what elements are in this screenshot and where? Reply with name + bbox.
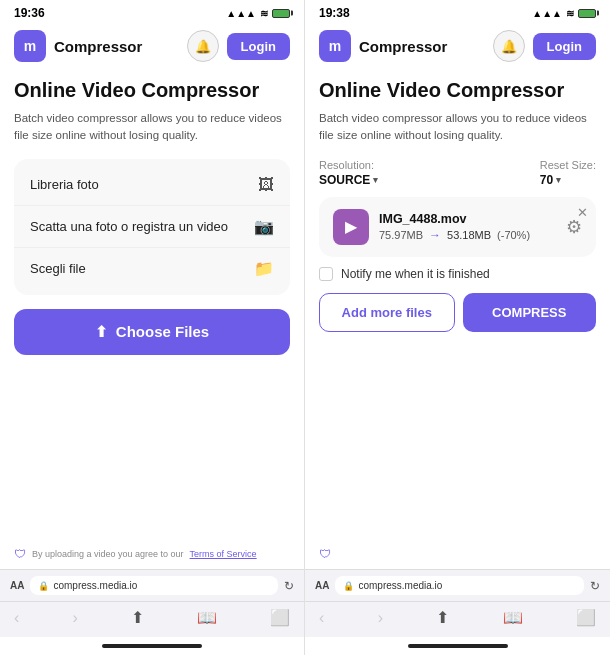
back-icon-right: ‹ <box>319 609 324 627</box>
status-bar-left: 19:36 ▲▲▲ ≋ <box>0 0 304 24</box>
tos-link-left[interactable]: Terms of Service <box>190 549 257 559</box>
refresh-icon-left[interactable]: ↻ <box>284 579 294 593</box>
page-subtitle-right: Batch video compressor allows you to red… <box>319 110 596 145</box>
lock-icon-left: 🔒 <box>38 581 49 591</box>
reset-size-label: Reset Size: <box>540 159 596 171</box>
file-option-library-label: Libreria foto <box>30 177 99 192</box>
forward-icon-left: › <box>72 609 77 627</box>
tos-footer-right: 🛡 <box>305 539 610 569</box>
arrow-right-icon: → <box>429 228 441 242</box>
bell-button-right[interactable]: 🔔 <box>493 30 525 62</box>
compress-settings: Resolution: SOURCE ▾ Reset Size: 70 ▾ <box>319 159 596 187</box>
page-subtitle-left: Batch video compressor allows you to red… <box>14 110 290 145</box>
battery-icon-right <box>578 9 596 18</box>
screen-left: 19:36 ▲▲▲ ≋ m Compressor 🔔 Login Online … <box>0 0 305 655</box>
reset-size-chevron: ▾ <box>556 175 561 185</box>
home-indicator-left <box>0 637 304 655</box>
wifi-icon-right: ≋ <box>566 8 574 19</box>
login-button-right[interactable]: Login <box>533 33 596 60</box>
file-info: IMG_4488.mov 75.97MB → 53.18MB (-70%) <box>379 212 556 242</box>
resolution-label: Resolution: <box>319 159 378 171</box>
main-content-left: Online Video Compressor Batch video comp… <box>0 68 304 539</box>
action-row: Add more files COMPRESS <box>319 293 596 332</box>
status-icons-right: ▲▲▲ ≋ <box>532 8 596 19</box>
file-option-files-label: Scegli file <box>30 261 86 276</box>
app-logo-left: m <box>14 30 46 62</box>
app-logo-right: m <box>319 30 351 62</box>
tabs-icon-right[interactable]: ⬜ <box>576 608 596 627</box>
file-option-camera[interactable]: Scatta una foto o registra un video 📷 <box>14 206 290 248</box>
resolution-value: SOURCE <box>319 173 370 187</box>
aa-left: AA <box>10 580 24 591</box>
tos-text-left: By uploading a video you agree to our <box>32 549 184 559</box>
share-icon-left[interactable]: ⬆ <box>131 608 144 627</box>
file-option-library[interactable]: Libreria foto 🖼 <box>14 165 290 206</box>
folder-icon: 📁 <box>254 259 274 278</box>
bookmarks-icon-right[interactable]: 📖 <box>503 608 523 627</box>
nav-bar-right: ‹ › ⬆ 📖 ⬜ <box>305 601 610 637</box>
library-icon: 🖼 <box>258 176 274 194</box>
browser-url-left: compress.media.io <box>53 580 137 591</box>
browser-bar-left: AA 🔒 compress.media.io ↻ <box>0 569 304 601</box>
battery-icon-left <box>272 9 290 18</box>
shield-icon-right: 🛡 <box>319 547 331 561</box>
notify-checkbox[interactable] <box>319 267 333 281</box>
resolution-chevron: ▾ <box>373 175 378 185</box>
file-picker-card: Libreria foto 🖼 Scatta una foto o regist… <box>14 159 290 295</box>
bell-button-left[interactable]: 🔔 <box>187 30 219 62</box>
file-option-files[interactable]: Scegli file 📁 <box>14 248 290 289</box>
close-icon[interactable]: ✕ <box>577 205 588 220</box>
compressed-size: 53.18MB <box>447 229 491 241</box>
forward-icon-right: › <box>378 609 383 627</box>
tos-footer-left: 🛡 By uploading a video you agree to our … <box>0 539 304 569</box>
home-bar-right <box>408 644 508 648</box>
tabs-icon-left[interactable]: ⬜ <box>270 608 290 627</box>
back-icon-left: ‹ <box>14 609 19 627</box>
status-icons-left: ▲▲▲ ≋ <box>226 8 290 19</box>
app-header-right: m Compressor 🔔 Login <box>305 24 610 68</box>
main-content-right: Online Video Compressor Batch video comp… <box>305 68 610 539</box>
compress-button[interactable]: COMPRESS <box>463 293 597 332</box>
refresh-icon-right[interactable]: ↻ <box>590 579 600 593</box>
file-item-card: ✕ ▶ IMG_4488.mov 75.97MB → 53.18MB (-70%… <box>319 197 596 257</box>
signal-icon-right: ▲▲▲ <box>532 8 562 19</box>
upload-icon: ⬆ <box>95 323 108 341</box>
home-bar-left <box>102 644 202 648</box>
home-indicator-right <box>305 637 610 655</box>
screen-right: 19:38 ▲▲▲ ≋ m Compressor 🔔 Login Online … <box>305 0 610 655</box>
app-header-left: m Compressor 🔔 Login <box>0 24 304 68</box>
page-title-right: Online Video Compressor <box>319 78 596 102</box>
original-size: 75.97MB <box>379 229 423 241</box>
video-thumbnail: ▶ <box>333 209 369 245</box>
app-name-left: Compressor <box>54 38 179 55</box>
url-container-left[interactable]: 🔒 compress.media.io <box>30 576 278 595</box>
signal-icon-left: ▲▲▲ <box>226 8 256 19</box>
reset-size-value: 70 <box>540 173 553 187</box>
resolution-setting[interactable]: Resolution: SOURCE ▾ <box>319 159 378 187</box>
page-title-left: Online Video Compressor <box>14 78 290 102</box>
nav-bar-left: ‹ › ⬆ 📖 ⬜ <box>0 601 304 637</box>
browser-url-right: compress.media.io <box>358 580 442 591</box>
add-more-button[interactable]: Add more files <box>319 293 455 332</box>
lock-icon-right: 🔒 <box>343 581 354 591</box>
aa-right: AA <box>315 580 329 591</box>
url-container-right[interactable]: 🔒 compress.media.io <box>335 576 584 595</box>
login-button-left[interactable]: Login <box>227 33 290 60</box>
choose-files-label: Choose Files <box>116 323 209 340</box>
camera-icon: 📷 <box>254 217 274 236</box>
size-percent: (-70%) <box>497 229 530 241</box>
notify-label: Notify me when it is finished <box>341 267 490 281</box>
file-item-top: ▶ IMG_4488.mov 75.97MB → 53.18MB (-70%) … <box>333 209 582 245</box>
status-bar-right: 19:38 ▲▲▲ ≋ <box>305 0 610 24</box>
share-icon-right[interactable]: ⬆ <box>436 608 449 627</box>
choose-files-button[interactable]: ⬆ Choose Files <box>14 309 290 355</box>
shield-icon-left: 🛡 <box>14 547 26 561</box>
reset-size-setting[interactable]: Reset Size: 70 ▾ <box>540 159 596 187</box>
wifi-icon-left: ≋ <box>260 8 268 19</box>
browser-bar-right: AA 🔒 compress.media.io ↻ <box>305 569 610 601</box>
time-right: 19:38 <box>319 6 350 20</box>
app-name-right: Compressor <box>359 38 485 55</box>
file-sizes: 75.97MB → 53.18MB (-70%) <box>379 228 556 242</box>
bookmarks-icon-left[interactable]: 📖 <box>197 608 217 627</box>
file-option-camera-label: Scatta una foto o registra un video <box>30 219 228 234</box>
